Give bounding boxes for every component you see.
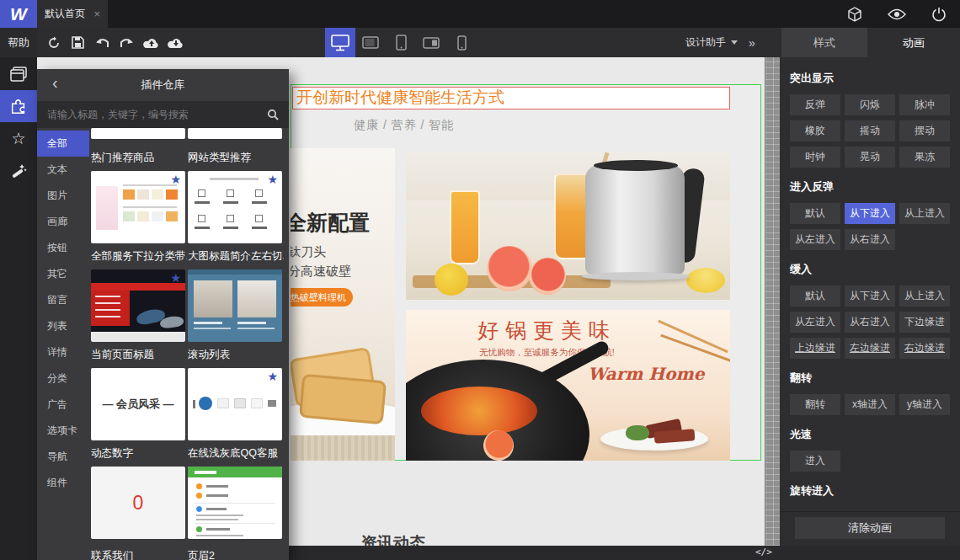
anim-button[interactable]: 从右进入 [845, 312, 895, 333]
anim-button[interactable]: 从上进入 [899, 285, 950, 307]
plugin-card-dropdown-nav[interactable]: ★ [91, 269, 185, 342]
undo-icon[interactable] [93, 33, 112, 52]
plugin-search-input[interactable] [47, 109, 267, 120]
plugin-category[interactable]: 画廊 [37, 209, 89, 235]
components-cube-icon[interactable] [845, 5, 864, 24]
anim-button[interactable]: 从左进入 [790, 229, 840, 250]
plugin-category[interactable]: 选项卡 [37, 418, 89, 444]
plugin-card-site-types[interactable]: ★ [188, 171, 282, 243]
device-desktop-icon[interactable] [325, 28, 355, 57]
website-builder-app: W 默认首页 × 帮助 [0, 0, 960, 560]
anim-button[interactable]: 橡胶 [790, 120, 840, 141]
back-arrow-icon[interactable]: ‹ [52, 73, 58, 93]
plugin-card-hot-products[interactable]: ★ [91, 171, 185, 243]
anim-button[interactable]: y轴进入 [899, 394, 950, 415]
anim-group-title: 翻转 [790, 371, 950, 386]
anim-button[interactable]: 闪烁 [845, 94, 895, 115]
anim-button-selected[interactable]: 从下进入 [845, 203, 895, 224]
device-tablet-landscape-icon[interactable] [355, 28, 386, 57]
anim-button[interactable]: 默认 [790, 285, 840, 307]
anim-button[interactable]: 下边缘进 [899, 312, 950, 333]
promo-line2: 分高速破壁 [291, 264, 351, 280]
selected-page-section[interactable]: 开创新时代健康智能生活方式 健康 / 营养 / 智能 全新配置 钛刀头 分高速破… [291, 84, 761, 461]
vegetable-shape [626, 425, 649, 440]
plugin-category[interactable]: 其它 [37, 261, 89, 287]
anim-button[interactable]: 左边缘进 [845, 338, 895, 359]
plugin-category[interactable]: 分类 [37, 365, 89, 392]
power-exit-icon[interactable] [930, 5, 948, 24]
plugin-category[interactable]: 图片 [37, 183, 89, 209]
sidebar-item-pages[interactable] [0, 58, 37, 90]
app-logo[interactable]: W [0, 0, 37, 28]
anim-button[interactable]: 晃动 [845, 147, 895, 168]
promo-image-blender[interactable]: 全新配置 钛刀头 分高速破壁 热破壁料理机 [291, 148, 395, 461]
anim-button[interactable]: 从左进入 [790, 312, 840, 333]
plugin-category[interactable]: 广告 [37, 392, 89, 418]
anim-button[interactable]: 默认 [790, 203, 840, 224]
anim-button[interactable]: 翻转 [790, 394, 840, 415]
plugin-category[interactable]: 详情 [37, 339, 89, 365]
plugin-card[interactable] [188, 128, 282, 139]
code-view-icon[interactable]: </> [755, 547, 772, 557]
clear-animation-button[interactable]: 清除动画 [795, 517, 945, 539]
device-tablet-portrait-icon[interactable] [386, 28, 416, 57]
wok-script-text: Warm Home [588, 364, 704, 384]
kettle-body-shape [585, 165, 685, 275]
promo-image-kettle[interactable] [406, 152, 730, 300]
anim-button[interactable]: 脉冲 [899, 94, 950, 115]
plugin-category[interactable]: 组件 [37, 470, 89, 496]
more-tools-button[interactable]: » [743, 28, 761, 57]
refresh-icon[interactable] [44, 33, 63, 52]
cloud-upload-icon[interactable] [141, 33, 161, 52]
anim-button[interactable]: 摆动 [899, 120, 950, 141]
save-icon[interactable] [68, 33, 88, 52]
canvas-scrollbar[interactable] [765, 57, 780, 546]
anim-button[interactable]: 从右进入 [845, 229, 895, 250]
anim-button[interactable]: 反弹 [790, 94, 840, 115]
tab-animation[interactable]: 动画 [867, 28, 960, 57]
cloud-download-icon[interactable] [166, 33, 185, 52]
plugin-card-page-title[interactable]: — 会员风采 — [91, 368, 185, 440]
design-assistant-dropdown[interactable]: 设计助手 [685, 28, 738, 57]
plugin-label: 当前页面标题 [91, 348, 187, 362]
anim-button[interactable]: 摇动 [845, 120, 895, 141]
plugin-label: 全部服务下拉分类带... [91, 249, 187, 264]
sidebar-item-design-tools[interactable] [0, 154, 37, 186]
promo-image-wok[interactable]: 好锅更美味 无忧购物，至诚服务为你保驾护航! Warm Home [406, 310, 730, 461]
anim-button[interactable]: 时钟 [790, 147, 840, 168]
anim-button[interactable]: x轴进入 [845, 394, 895, 415]
plugin-category-all[interactable]: 全部 [37, 131, 89, 157]
anim-button[interactable]: 右边缘进 [899, 338, 950, 359]
plugin-card-scrolling-list[interactable]: ★ [188, 368, 282, 440]
search-icon[interactable] [267, 109, 279, 120]
tab-style[interactable]: 样式 [781, 28, 867, 57]
close-icon[interactable]: × [93, 8, 100, 20]
plugin-card-dynamic-number[interactable]: 0 [91, 467, 185, 539]
device-laptop-icon[interactable] [416, 28, 446, 57]
redo-icon[interactable] [117, 33, 136, 52]
sidebar-item-favorites[interactable]: ☆ [0, 122, 37, 154]
page-tab-default-home[interactable]: 默认首页 × [37, 0, 108, 28]
plugin-category[interactable]: 文本 [37, 157, 89, 183]
page-subtitle[interactable]: 健康 / 营养 / 智能 [354, 118, 454, 133]
page-title-textbox[interactable]: 开创新时代健康智能生活方式 [292, 87, 730, 109]
sidebar-item-plugins[interactable] [0, 90, 37, 122]
plugin-card-qq-service[interactable] [188, 467, 282, 539]
preview-eye-icon[interactable] [888, 5, 906, 24]
anim-button[interactable]: 果冻 [899, 147, 950, 168]
anim-button[interactable]: 进入 [790, 451, 840, 472]
edit-toolbar: 帮助 [0, 28, 960, 57]
anim-button[interactable]: 从上进入 [899, 203, 950, 224]
pages-icon [10, 67, 27, 82]
plugin-card-image-switcher[interactable] [188, 269, 282, 342]
plugin-card[interactable] [91, 128, 185, 139]
anim-button[interactable]: 上边缘进 [790, 338, 840, 359]
plugin-category[interactable]: 列表 [37, 313, 89, 339]
help-button[interactable]: 帮助 [0, 28, 37, 57]
plugin-category[interactable]: 导航 [37, 444, 89, 470]
plugin-label: 热门推荐商品 [91, 151, 187, 165]
plugin-category[interactable]: 留言 [37, 287, 89, 313]
anim-button[interactable]: 从下进入 [845, 285, 895, 307]
plugin-category[interactable]: 按钮 [37, 235, 89, 261]
device-phone-icon[interactable] [446, 28, 477, 57]
